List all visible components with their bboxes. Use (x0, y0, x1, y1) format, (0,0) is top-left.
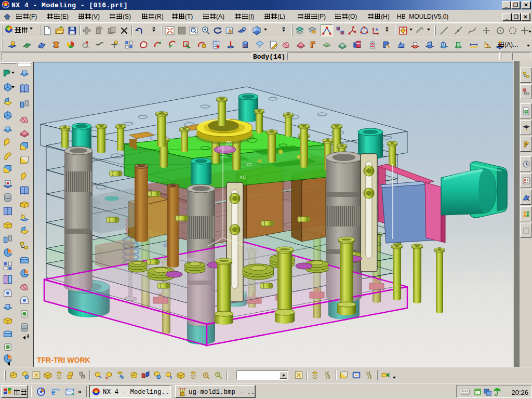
svg-text:?: ? (525, 142, 528, 148)
svg-text:TFR-TRI WORK: TFR-TRI WORK (37, 356, 90, 364)
svg-text:YC: YC (246, 162, 252, 167)
svg-text:ZC: ZC (226, 140, 232, 145)
svg-text:XC: XC (240, 175, 246, 180)
